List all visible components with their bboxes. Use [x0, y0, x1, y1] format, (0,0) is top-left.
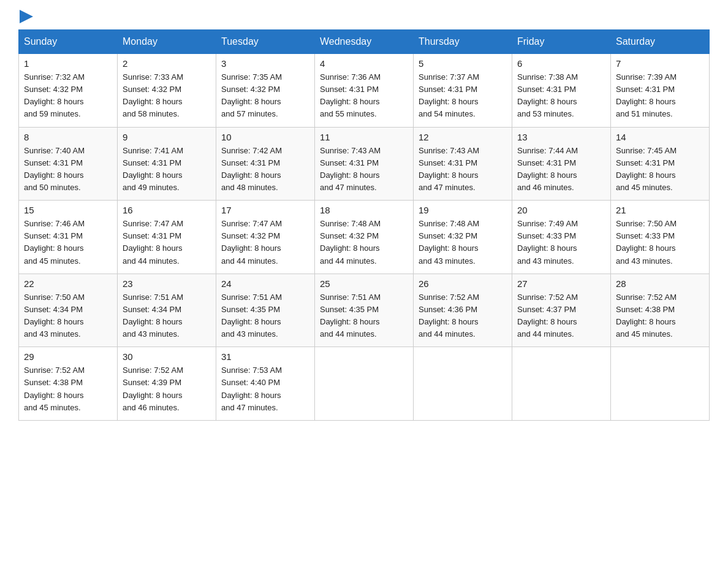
day-info: Sunrise: 7:51 AMSunset: 4:35 PMDaylight:… — [320, 291, 408, 341]
day-number: 20 — [517, 205, 605, 215]
day-info: Sunrise: 7:51 AMSunset: 4:34 PMDaylight:… — [123, 291, 211, 341]
day-number: 5 — [419, 58, 507, 69]
day-number: 18 — [320, 205, 408, 215]
day-info: Sunrise: 7:39 AMSunset: 4:31 PMDaylight:… — [616, 71, 704, 121]
calendar-day-cell: 6Sunrise: 7:38 AMSunset: 4:31 PMDaylight… — [512, 54, 611, 128]
day-number: 22 — [24, 278, 112, 289]
calendar-day-cell: 15Sunrise: 7:46 AMSunset: 4:31 PMDayligh… — [19, 201, 118, 274]
day-info: Sunrise: 7:37 AMSunset: 4:31 PMDaylight:… — [419, 71, 507, 121]
day-of-week-header: Thursday — [414, 30, 512, 54]
day-info: Sunrise: 7:46 AMSunset: 4:31 PMDaylight:… — [24, 218, 112, 267]
day-number: 11 — [320, 132, 408, 142]
calendar-day-cell — [414, 347, 512, 421]
day-info: Sunrise: 7:52 AMSunset: 4:38 PMDaylight:… — [24, 364, 112, 414]
day-number: 10 — [221, 132, 309, 142]
calendar-day-cell: 31Sunrise: 7:53 AMSunset: 4:40 PMDayligh… — [216, 347, 315, 421]
day-number: 8 — [24, 132, 112, 142]
calendar-day-cell — [315, 347, 414, 421]
calendar-day-cell: 4Sunrise: 7:36 AMSunset: 4:31 PMDaylight… — [315, 54, 414, 128]
day-info: Sunrise: 7:43 AMSunset: 4:31 PMDaylight:… — [419, 145, 507, 194]
calendar-day-cell: 12Sunrise: 7:43 AMSunset: 4:31 PMDayligh… — [414, 127, 512, 201]
calendar-day-cell: 30Sunrise: 7:52 AMSunset: 4:39 PMDayligh… — [118, 347, 216, 421]
calendar-day-cell: 24Sunrise: 7:51 AMSunset: 4:35 PMDayligh… — [216, 274, 315, 347]
calendar-day-cell: 16Sunrise: 7:47 AMSunset: 4:31 PMDayligh… — [118, 201, 216, 274]
calendar-day-cell: 23Sunrise: 7:51 AMSunset: 4:34 PMDayligh… — [118, 274, 216, 347]
logo — [18, 12, 33, 23]
calendar-day-cell: 19Sunrise: 7:48 AMSunset: 4:32 PMDayligh… — [414, 201, 512, 274]
day-number: 4 — [320, 58, 408, 69]
calendar-day-cell: 22Sunrise: 7:50 AMSunset: 4:34 PMDayligh… — [19, 274, 118, 347]
day-info: Sunrise: 7:47 AMSunset: 4:32 PMDaylight:… — [221, 218, 309, 267]
day-of-week-header: Sunday — [19, 30, 118, 54]
calendar-day-cell: 2Sunrise: 7:33 AMSunset: 4:32 PMDaylight… — [118, 54, 216, 128]
day-info: Sunrise: 7:35 AMSunset: 4:32 PMDaylight:… — [221, 71, 309, 121]
calendar-week-row: 15Sunrise: 7:46 AMSunset: 4:31 PMDayligh… — [19, 201, 710, 274]
day-info: Sunrise: 7:45 AMSunset: 4:31 PMDaylight:… — [616, 145, 704, 194]
day-of-week-header: Saturday — [611, 30, 710, 54]
calendar-day-cell: 20Sunrise: 7:49 AMSunset: 4:33 PMDayligh… — [512, 201, 611, 274]
calendar-day-cell: 25Sunrise: 7:51 AMSunset: 4:35 PMDayligh… — [315, 274, 414, 347]
calendar-week-row: 22Sunrise: 7:50 AMSunset: 4:34 PMDayligh… — [19, 274, 710, 347]
calendar-day-cell: 5Sunrise: 7:37 AMSunset: 4:31 PMDaylight… — [414, 54, 512, 128]
day-info: Sunrise: 7:33 AMSunset: 4:32 PMDaylight:… — [123, 71, 211, 121]
page-header — [18, 12, 710, 23]
calendar-day-cell: 13Sunrise: 7:44 AMSunset: 4:31 PMDayligh… — [512, 127, 611, 201]
day-number: 6 — [517, 58, 605, 69]
day-number: 31 — [221, 351, 309, 362]
calendar-day-cell: 14Sunrise: 7:45 AMSunset: 4:31 PMDayligh… — [611, 127, 710, 201]
day-info: Sunrise: 7:36 AMSunset: 4:31 PMDaylight:… — [320, 71, 408, 121]
day-number: 12 — [419, 132, 507, 142]
day-info: Sunrise: 7:47 AMSunset: 4:31 PMDaylight:… — [123, 218, 211, 267]
calendar-day-cell: 8Sunrise: 7:40 AMSunset: 4:31 PMDaylight… — [19, 127, 118, 201]
calendar-day-cell: 11Sunrise: 7:43 AMSunset: 4:31 PMDayligh… — [315, 127, 414, 201]
calendar-day-cell: 10Sunrise: 7:42 AMSunset: 4:31 PMDayligh… — [216, 127, 315, 201]
day-number: 26 — [419, 278, 507, 289]
day-number: 2 — [123, 58, 211, 69]
day-info: Sunrise: 7:50 AMSunset: 4:34 PMDaylight:… — [24, 291, 112, 341]
day-info: Sunrise: 7:44 AMSunset: 4:31 PMDaylight:… — [517, 145, 605, 194]
day-info: Sunrise: 7:48 AMSunset: 4:32 PMDaylight:… — [419, 218, 507, 267]
day-info: Sunrise: 7:52 AMSunset: 4:36 PMDaylight:… — [419, 291, 507, 341]
day-number: 29 — [24, 351, 112, 362]
day-info: Sunrise: 7:50 AMSunset: 4:33 PMDaylight:… — [616, 218, 704, 267]
day-info: Sunrise: 7:48 AMSunset: 4:32 PMDaylight:… — [320, 218, 408, 267]
calendar-body: 1Sunrise: 7:32 AMSunset: 4:32 PMDaylight… — [19, 54, 710, 421]
calendar-week-row: 29Sunrise: 7:52 AMSunset: 4:38 PMDayligh… — [19, 347, 710, 421]
calendar-day-cell: 29Sunrise: 7:52 AMSunset: 4:38 PMDayligh… — [19, 347, 118, 421]
calendar-day-cell: 18Sunrise: 7:48 AMSunset: 4:32 PMDayligh… — [315, 201, 414, 274]
day-number: 21 — [616, 205, 704, 215]
day-info: Sunrise: 7:53 AMSunset: 4:40 PMDaylight:… — [221, 364, 309, 414]
logo-arrow-icon — [20, 10, 33, 23]
day-info: Sunrise: 7:42 AMSunset: 4:31 PMDaylight:… — [221, 145, 309, 194]
calendar-day-cell — [611, 347, 710, 421]
day-info: Sunrise: 7:49 AMSunset: 4:33 PMDaylight:… — [517, 218, 605, 267]
day-info: Sunrise: 7:43 AMSunset: 4:31 PMDaylight:… — [320, 145, 408, 194]
days-of-week-row: SundayMondayTuesdayWednesdayThursdayFrid… — [19, 30, 710, 54]
day-info: Sunrise: 7:32 AMSunset: 4:32 PMDaylight:… — [24, 71, 112, 121]
day-of-week-header: Monday — [118, 30, 216, 54]
calendar-header: SundayMondayTuesdayWednesdayThursdayFrid… — [19, 30, 710, 54]
svg-marker-0 — [20, 10, 33, 23]
day-number: 7 — [616, 58, 704, 69]
calendar-table: SundayMondayTuesdayWednesdayThursdayFrid… — [18, 29, 710, 421]
calendar-week-row: 1Sunrise: 7:32 AMSunset: 4:32 PMDaylight… — [19, 54, 710, 128]
day-number: 16 — [123, 205, 211, 215]
day-info: Sunrise: 7:40 AMSunset: 4:31 PMDaylight:… — [24, 145, 112, 194]
calendar-day-cell: 7Sunrise: 7:39 AMSunset: 4:31 PMDaylight… — [611, 54, 710, 128]
day-number: 27 — [517, 278, 605, 289]
calendar-day-cell: 3Sunrise: 7:35 AMSunset: 4:32 PMDaylight… — [216, 54, 315, 128]
day-info: Sunrise: 7:52 AMSunset: 4:37 PMDaylight:… — [517, 291, 605, 341]
calendar-day-cell: 27Sunrise: 7:52 AMSunset: 4:37 PMDayligh… — [512, 274, 611, 347]
day-of-week-header: Tuesday — [216, 30, 315, 54]
calendar-day-cell: 1Sunrise: 7:32 AMSunset: 4:32 PMDaylight… — [19, 54, 118, 128]
calendar-day-cell: 17Sunrise: 7:47 AMSunset: 4:32 PMDayligh… — [216, 201, 315, 274]
day-info: Sunrise: 7:38 AMSunset: 4:31 PMDaylight:… — [517, 71, 605, 121]
calendar-day-cell — [512, 347, 611, 421]
day-number: 25 — [320, 278, 408, 289]
calendar-day-cell: 9Sunrise: 7:41 AMSunset: 4:31 PMDaylight… — [118, 127, 216, 201]
day-info: Sunrise: 7:41 AMSunset: 4:31 PMDaylight:… — [123, 145, 211, 194]
day-number: 14 — [616, 132, 704, 142]
day-number: 23 — [123, 278, 211, 289]
day-number: 30 — [123, 351, 211, 362]
day-info: Sunrise: 7:52 AMSunset: 4:38 PMDaylight:… — [616, 291, 704, 341]
